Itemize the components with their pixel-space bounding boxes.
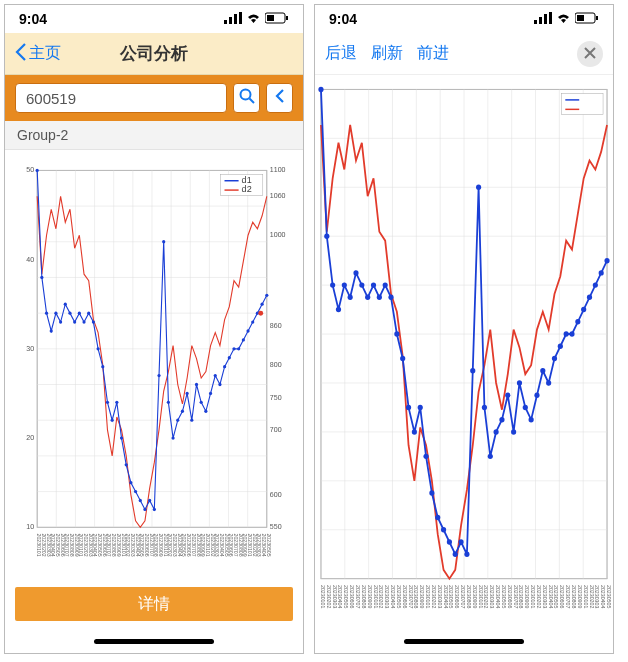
svg-rect-157 — [549, 12, 552, 24]
nav-back-group: 主页 — [15, 43, 61, 65]
wifi-icon — [556, 11, 571, 27]
svg-rect-159 — [577, 15, 584, 21]
svg-point-210 — [441, 527, 446, 532]
svg-point-68 — [106, 401, 109, 404]
svg-point-71 — [120, 436, 123, 439]
svg-point-57 — [54, 311, 57, 314]
svg-rect-156 — [544, 14, 547, 24]
nav-back[interactable]: 后退 — [325, 43, 357, 64]
search-toolbar — [5, 75, 303, 121]
svg-point-58 — [59, 320, 62, 323]
svg-point-92 — [218, 383, 221, 386]
svg-point-191 — [330, 282, 335, 287]
nav-refresh[interactable]: 刷新 — [371, 43, 403, 64]
phone-left: 9:04 主页 公司分析 — [4, 4, 304, 654]
svg-point-193 — [342, 282, 347, 287]
nav-forward[interactable]: 前进 — [417, 43, 449, 64]
chart-main[interactable]: 1020304050550600700750800860100010601100… — [13, 160, 295, 575]
svg-point-238 — [604, 258, 609, 263]
svg-point-95 — [232, 347, 235, 350]
collapse-button[interactable] — [266, 83, 293, 113]
chart-zoom[interactable]: 2023010120230202202303032023040420230505… — [317, 81, 611, 627]
svg-rect-6 — [286, 16, 288, 20]
svg-point-224 — [523, 405, 528, 410]
svg-point-220 — [499, 417, 504, 422]
svg-point-103 — [258, 311, 263, 316]
svg-point-217 — [482, 405, 487, 410]
svg-point-65 — [92, 320, 95, 323]
svg-point-77 — [148, 499, 151, 502]
svg-point-216 — [476, 185, 481, 190]
svg-point-198 — [371, 282, 376, 287]
search-icon — [239, 88, 255, 108]
svg-rect-186 — [561, 94, 603, 115]
chart-area-zoom: 2023010120230202202303032023040420230505… — [315, 75, 613, 629]
svg-point-70 — [115, 401, 118, 404]
svg-point-228 — [546, 380, 551, 385]
search-button[interactable] — [233, 83, 260, 113]
svg-point-94 — [228, 356, 231, 359]
svg-point-234 — [581, 307, 586, 312]
svg-text:20230505: 20230505 — [606, 585, 611, 609]
svg-text:550: 550 — [270, 523, 282, 531]
svg-point-189 — [318, 87, 323, 92]
svg-point-229 — [552, 356, 557, 361]
svg-point-67 — [101, 365, 104, 368]
svg-point-87 — [195, 383, 198, 386]
svg-point-203 — [400, 356, 405, 361]
svg-point-66 — [96, 347, 99, 350]
status-bar: 9:04 — [315, 5, 613, 33]
details-label: 详情 — [138, 594, 170, 615]
svg-point-215 — [470, 368, 475, 373]
svg-point-206 — [418, 405, 423, 410]
svg-point-88 — [200, 401, 203, 404]
svg-point-84 — [181, 410, 184, 413]
svg-point-78 — [153, 508, 156, 511]
battery-icon — [265, 11, 289, 27]
svg-point-93 — [223, 365, 226, 368]
svg-point-97 — [242, 338, 245, 341]
svg-point-212 — [453, 552, 458, 557]
svg-point-80 — [162, 240, 165, 243]
home-indicator — [315, 629, 613, 653]
svg-point-214 — [464, 552, 469, 557]
status-bar: 9:04 — [5, 5, 303, 33]
search-input[interactable] — [15, 83, 227, 113]
svg-point-56 — [50, 329, 53, 332]
close-icon — [584, 45, 596, 62]
svg-text:1100: 1100 — [270, 166, 286, 174]
svg-point-101 — [261, 303, 264, 306]
svg-text:20230505: 20230505 — [266, 534, 272, 557]
svg-point-207 — [423, 454, 428, 459]
svg-point-76 — [143, 508, 146, 511]
svg-rect-160 — [596, 16, 598, 20]
svg-text:700: 700 — [270, 426, 282, 434]
svg-point-196 — [359, 282, 364, 287]
svg-point-59 — [64, 303, 67, 306]
details-button[interactable]: 详情 — [15, 587, 293, 621]
svg-point-192 — [336, 307, 341, 312]
svg-point-85 — [186, 392, 189, 395]
svg-point-202 — [394, 331, 399, 336]
svg-point-194 — [348, 295, 353, 300]
status-right — [224, 11, 289, 27]
svg-point-218 — [488, 454, 493, 459]
svg-point-237 — [599, 270, 604, 275]
svg-point-195 — [353, 270, 358, 275]
home-indicator — [5, 629, 303, 653]
status-right — [534, 11, 599, 27]
svg-point-236 — [593, 282, 598, 287]
svg-point-83 — [176, 419, 179, 422]
back-button[interactable]: 主页 — [15, 43, 61, 65]
svg-point-190 — [324, 233, 329, 238]
svg-point-213 — [458, 539, 463, 544]
svg-point-81 — [167, 401, 170, 404]
svg-point-89 — [204, 410, 207, 413]
svg-point-62 — [78, 311, 81, 314]
close-button[interactable] — [577, 41, 603, 67]
svg-text:1000: 1000 — [270, 231, 286, 239]
battery-icon — [575, 11, 599, 27]
svg-point-102 — [265, 294, 268, 297]
svg-point-79 — [157, 374, 160, 377]
svg-rect-1 — [229, 17, 232, 24]
